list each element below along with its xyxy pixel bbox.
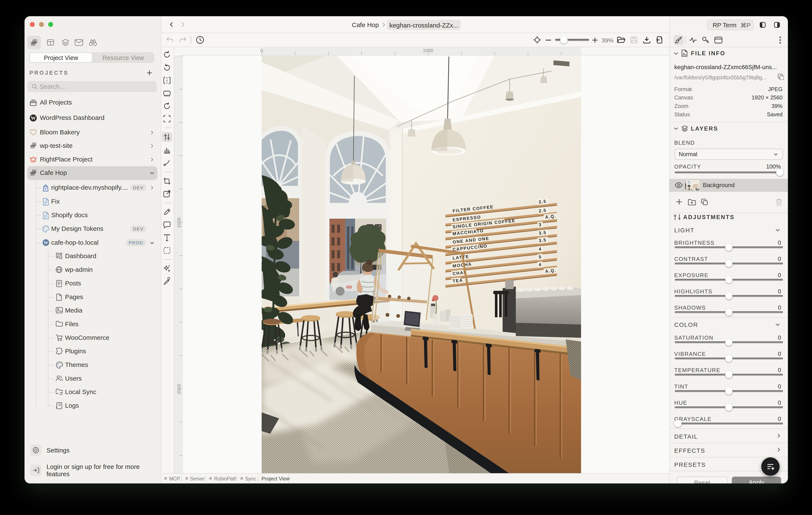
svg-text:W: W	[44, 240, 49, 245]
svg-text:3.5: 3.5	[539, 237, 547, 243]
svg-text:3.5: 3.5	[539, 230, 547, 236]
svg-text:4: 4	[539, 262, 542, 267]
svg-text:5: 5	[539, 254, 542, 260]
svg-text:4: 4	[539, 246, 542, 251]
svg-text:2.5: 2.5	[539, 199, 547, 205]
svg-text:3: 3	[539, 222, 542, 227]
svg-text:2.5: 2.5	[539, 208, 547, 213]
svg-text:W: W	[31, 115, 36, 121]
